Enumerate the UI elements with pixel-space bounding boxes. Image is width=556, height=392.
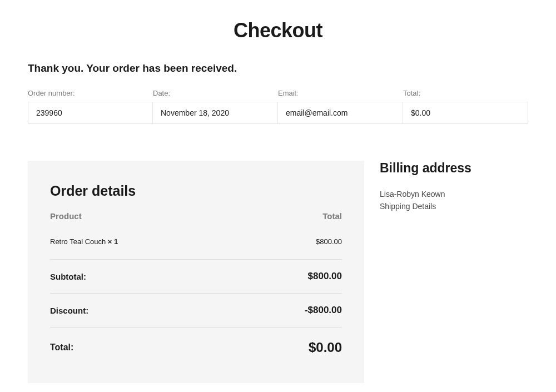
total-label: Total: [50, 343, 73, 353]
summary-order-number: Order number: 239960 [28, 89, 153, 124]
billing-name: Lisa-Robyn Keown [380, 188, 528, 200]
summary-total-value: $0.00 [403, 102, 528, 124]
order-item-name-text: Retro Teal Couch [50, 237, 106, 246]
summary-email: Email: email@email.com [278, 89, 403, 124]
page-title: Checkout [28, 0, 528, 62]
order-summary-row: Order number: 239960 Date: November 18, … [28, 89, 528, 124]
summary-total: Total: $0.00 [403, 89, 528, 124]
summary-order-number-value: 239960 [28, 102, 153, 124]
total-row: Total: $0.00 [50, 328, 342, 355]
order-item-row: Retro Teal Couch × 1 $800.00 [50, 232, 342, 260]
order-details-columns: Product Total [50, 211, 342, 221]
discount-label: Discount: [50, 306, 88, 315]
col-total: Total [322, 211, 342, 221]
summary-date-label: Date: [153, 89, 278, 97]
discount-value: -$800.00 [305, 305, 342, 316]
discount-row: Discount: -$800.00 [50, 294, 342, 328]
order-details-panel: Order details Product Total Retro Teal C… [28, 161, 364, 383]
order-item-total: $800.00 [316, 237, 342, 246]
billing-heading: Billing address [380, 161, 528, 176]
subtotal-row: Subtotal: $800.00 [50, 260, 342, 294]
billing-address-panel: Billing address Lisa-Robyn Keown Shippin… [380, 161, 528, 383]
summary-total-label: Total: [403, 89, 528, 97]
summary-date: Date: November 18, 2020 [153, 89, 278, 124]
billing-line2: Shipping Details [380, 200, 528, 212]
order-details-heading: Order details [50, 183, 342, 199]
summary-email-value: email@email.com [278, 102, 403, 124]
summary-email-label: Email: [278, 89, 403, 97]
thank-you-message: Thank you. Your order has been received. [28, 62, 528, 75]
total-value: $0.00 [309, 340, 342, 355]
subtotal-label: Subtotal: [50, 272, 86, 281]
order-item-name: Retro Teal Couch × 1 [50, 237, 118, 246]
summary-order-number-label: Order number: [28, 89, 153, 97]
summary-date-value: November 18, 2020 [153, 102, 278, 124]
col-product: Product [50, 211, 82, 221]
subtotal-value: $800.00 [308, 271, 342, 282]
order-item-qty: × 1 [108, 237, 118, 246]
